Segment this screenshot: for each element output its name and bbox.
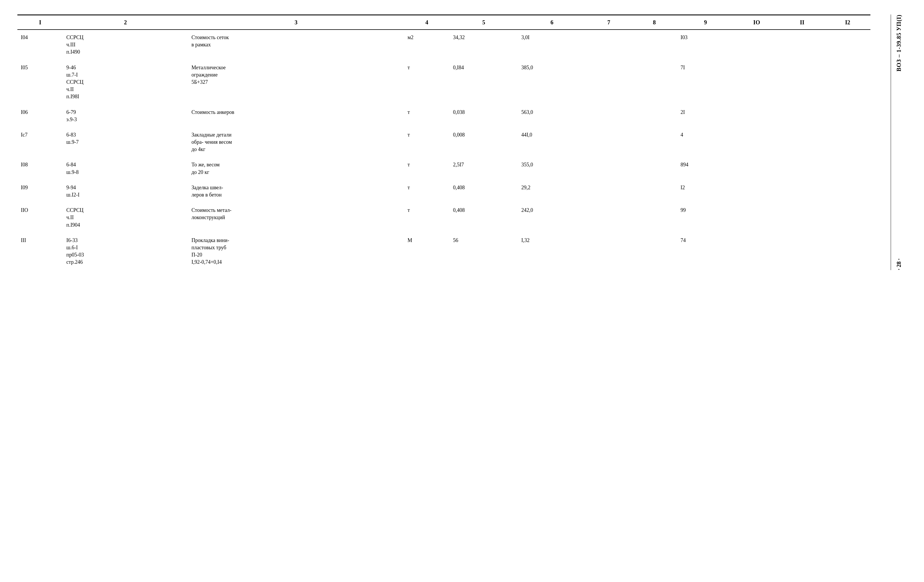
header-col-11: II [779, 15, 825, 30]
cell-5-1: 9-94 ш.I2-I [63, 180, 188, 203]
table-row: I066-79 э.9-3Стоимость анкеровт0,038563,… [17, 105, 870, 127]
cell-1-1: 9-46 ш.7-I ССРСЦ ч.II п.I98I [63, 60, 188, 105]
cell-0-5: 3,0I [518, 30, 586, 60]
cell-4-4: 2,5I7 [450, 157, 518, 180]
cell-3-6 [586, 127, 632, 157]
cell-0-2: Стоимость сеток в рамках [188, 30, 404, 60]
cell-1-10 [779, 60, 825, 105]
cell-6-10 [779, 203, 825, 233]
cell-6-3: т [404, 203, 450, 233]
cell-0-6 [586, 30, 632, 60]
cell-0-10 [779, 30, 825, 60]
cell-7-5: I,32 [518, 233, 586, 270]
table-row: I059-46 ш.7-I ССРСЦ ч.II п.I98IМеталличе… [17, 60, 870, 105]
cell-4-2: То же, весом до 20 кг [188, 157, 404, 180]
cell-4-0: I08 [17, 157, 63, 180]
cell-5-4: 0,408 [450, 180, 518, 203]
cell-1-8: 7I [677, 60, 734, 105]
cell-4-8: 894 [677, 157, 734, 180]
table-wrapper: I 2 3 4 5 6 7 8 9 IO II I2 I04ССРСЦ ч.II… [17, 15, 888, 270]
cell-6-7 [632, 203, 677, 233]
cell-4-5: 355,0 [518, 157, 586, 180]
margin-label-top: ВОЗ – 1-39.85 УП(I) [896, 15, 902, 77]
cell-1-7 [632, 60, 677, 105]
cell-3-8: 4 [677, 127, 734, 157]
cell-7-3: М [404, 233, 450, 270]
cell-1-9 [734, 60, 779, 105]
cell-6-2: Стоимость метал- локонструкций [188, 203, 404, 233]
cell-5-2: Заделка швел- леров в бетон [188, 180, 404, 203]
cell-3-7 [632, 127, 677, 157]
table-row: IIOССРСЦ ч.II п.I904Стоимость метал- лок… [17, 203, 870, 233]
table-row: Iс76-83 ш.9-7Закладные детали обра- чени… [17, 127, 870, 157]
cell-5-5: 29,2 [518, 180, 586, 203]
table-header-row: I 2 3 4 5 6 7 8 9 IO II I2 [17, 15, 870, 30]
cell-7-2: Прокладка вини- пластовых труб П-20 I,92… [188, 233, 404, 270]
cell-3-1: 6-83 ш.9-7 [63, 127, 188, 157]
cell-4-11 [825, 157, 870, 180]
page-container: I 2 3 4 5 6 7 8 9 IO II I2 I04ССРСЦ ч.II… [17, 15, 907, 270]
header-col-3: 3 [188, 15, 404, 30]
cell-6-4: 0,408 [450, 203, 518, 233]
cell-2-6 [586, 105, 632, 127]
margin-label-bottom: · 28 · [896, 253, 902, 270]
cell-6-6 [586, 203, 632, 233]
cell-3-5: 44I,0 [518, 127, 586, 157]
header-col-2: 2 [63, 15, 188, 30]
cell-5-0: I09 [17, 180, 63, 203]
cell-2-0: I06 [17, 105, 63, 127]
cell-5-11 [825, 180, 870, 203]
cell-6-9 [734, 203, 779, 233]
cell-2-1: 6-79 э.9-3 [63, 105, 188, 127]
cell-7-8: 74 [677, 233, 734, 270]
cell-2-7 [632, 105, 677, 127]
cell-1-3: т [404, 60, 450, 105]
cell-2-3: т [404, 105, 450, 127]
cell-5-7 [632, 180, 677, 203]
cell-1-4: 0,I84 [450, 60, 518, 105]
cell-4-9 [734, 157, 779, 180]
cell-0-4: 34,32 [450, 30, 518, 60]
cell-0-8: I03 [677, 30, 734, 60]
cell-7-0: III [17, 233, 63, 270]
cell-7-6 [586, 233, 632, 270]
cell-0-3: м2 [404, 30, 450, 60]
cell-0-0: I04 [17, 30, 63, 60]
header-col-6: 6 [518, 15, 586, 30]
cell-2-5: 563,0 [518, 105, 586, 127]
cell-0-11 [825, 30, 870, 60]
cell-6-8: 99 [677, 203, 734, 233]
cell-1-6 [586, 60, 632, 105]
table-row: I099-94 ш.I2-IЗаделка швел- леров в бето… [17, 180, 870, 203]
cell-7-7 [632, 233, 677, 270]
cell-2-9 [734, 105, 779, 127]
cell-1-5: 385,0 [518, 60, 586, 105]
cell-4-3: т [404, 157, 450, 180]
cell-5-3: т [404, 180, 450, 203]
cell-7-1: I6-33 ш.6-I пр05-03 стр.246 [63, 233, 188, 270]
cell-6-0: IIO [17, 203, 63, 233]
header-col-9: 9 [677, 15, 734, 30]
cell-6-1: ССРСЦ ч.II п.I904 [63, 203, 188, 233]
right-margin: ВОЗ – 1-39.85 УП(I) · 28 · [891, 15, 907, 270]
cell-5-6 [586, 180, 632, 203]
header-col-1: I [17, 15, 63, 30]
header-col-12: I2 [825, 15, 870, 30]
cell-5-9 [734, 180, 779, 203]
cell-2-4: 0,038 [450, 105, 518, 127]
cell-2-10 [779, 105, 825, 127]
cell-7-9 [734, 233, 779, 270]
cell-7-10 [779, 233, 825, 270]
cell-6-5: 242,0 [518, 203, 586, 233]
cell-1-2: Металлическое ограждение 5Б+327 [188, 60, 404, 105]
cell-5-8: I2 [677, 180, 734, 203]
cell-1-11 [825, 60, 870, 105]
cell-3-11 [825, 127, 870, 157]
header-col-7: 7 [586, 15, 632, 30]
cell-5-10 [779, 180, 825, 203]
header-col-10: IO [734, 15, 779, 30]
cell-2-11 [825, 105, 870, 127]
table-row: I04ССРСЦ ч.III п.I490Стоимость сеток в р… [17, 30, 870, 60]
cell-3-10 [779, 127, 825, 157]
cell-0-1: ССРСЦ ч.III п.I490 [63, 30, 188, 60]
